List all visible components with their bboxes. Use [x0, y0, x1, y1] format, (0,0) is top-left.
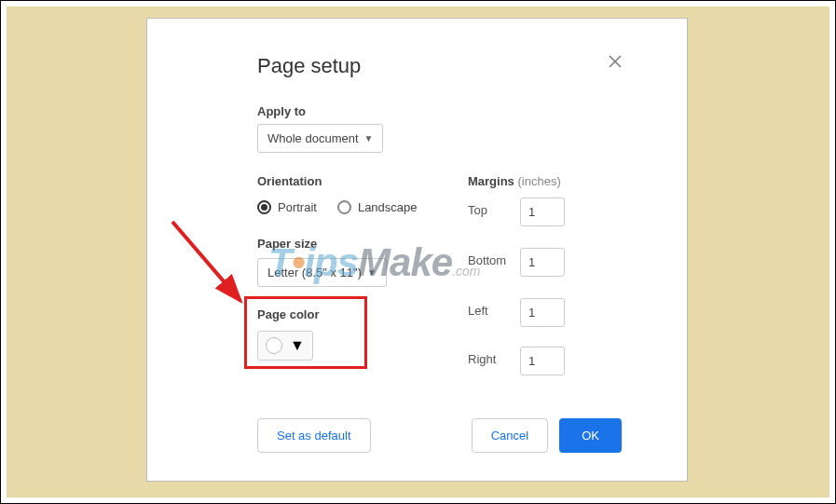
- margin-bottom-row: Bottom: [468, 253, 514, 267]
- margin-left-label: Left: [468, 304, 514, 318]
- dialog-title: Page setup: [257, 54, 361, 78]
- page-color-label: Page color: [257, 307, 319, 321]
- page-color-dropdown[interactable]: ▼: [257, 331, 313, 361]
- portrait-radio[interactable]: Portrait: [257, 200, 317, 214]
- margin-right-input[interactable]: [520, 347, 565, 375]
- paper-size-value: Letter (8.5" x 11"): [267, 266, 362, 279]
- button-row: Set as default Cancel OK: [257, 418, 622, 453]
- svg-line-3: [172, 222, 240, 301]
- margin-right-row: Right: [468, 352, 514, 366]
- landscape-label: Landscape: [358, 200, 418, 214]
- page-setup-dialog: Page setup Apply to Whole document ▼ Ori…: [146, 18, 688, 482]
- paper-size-dropdown[interactable]: Letter (8.5" x 11") ▼: [257, 258, 387, 287]
- orientation-label: Orientation: [257, 174, 322, 188]
- cancel-button[interactable]: Cancel: [472, 418, 548, 453]
- margin-left-input[interactable]: [520, 298, 565, 327]
- apply-to-dropdown[interactable]: Whole document ▼: [257, 124, 383, 153]
- chevron-down-icon: ▼: [290, 337, 305, 354]
- chevron-down-icon: ▼: [367, 267, 377, 278]
- margins-label: Margins (inches): [468, 174, 561, 188]
- chevron-down-icon: ▼: [364, 133, 374, 143]
- annotation-arrow-icon: [168, 217, 256, 320]
- margin-right-label: Right: [468, 352, 514, 366]
- close-button[interactable]: [609, 54, 622, 71]
- margin-bottom-input[interactable]: [520, 248, 565, 277]
- close-icon: [609, 55, 622, 68]
- portrait-label: Portrait: [278, 200, 317, 214]
- margin-left-row: Left: [468, 304, 514, 318]
- set-as-default-button[interactable]: Set as default: [257, 418, 371, 453]
- margin-top-input[interactable]: [520, 198, 565, 226]
- radio-selected-icon: [257, 200, 271, 214]
- radio-unselected-icon: [337, 200, 351, 214]
- paper-size-label: Paper size: [257, 237, 317, 251]
- ok-button[interactable]: OK: [559, 418, 622, 453]
- apply-to-label: Apply to: [257, 104, 306, 118]
- apply-to-value: Whole document: [267, 131, 359, 145]
- orientation-radio-group: Portrait Landscape: [257, 200, 418, 214]
- landscape-radio[interactable]: Landscape: [337, 200, 418, 214]
- margin-bottom-label: Bottom: [468, 253, 514, 267]
- margin-top-label: Top: [468, 203, 514, 217]
- color-swatch-icon: [266, 337, 282, 354]
- margin-top-row: Top: [468, 203, 514, 217]
- button-group-right: Cancel OK: [472, 418, 622, 453]
- margins-unit: (inches): [517, 174, 560, 188]
